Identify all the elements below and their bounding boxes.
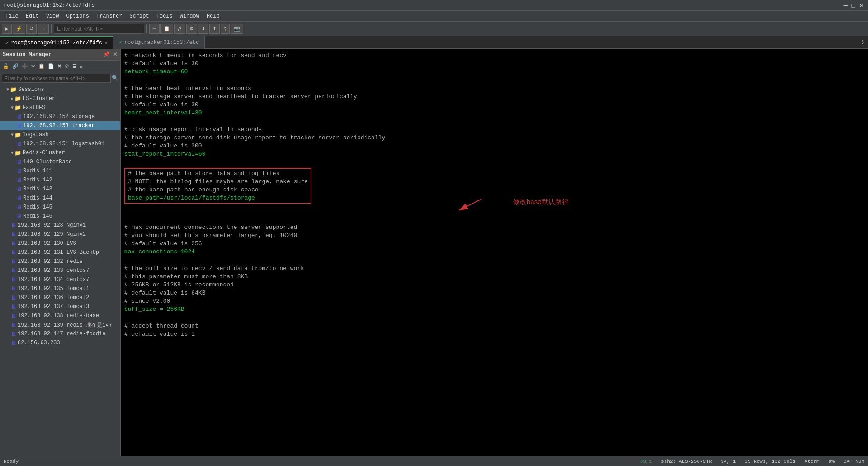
menu-options[interactable]: Options xyxy=(62,12,92,20)
tree-label-redis-144: Redis-144 xyxy=(23,195,52,201)
term-line-4: # the heart beat interval in seconds xyxy=(124,85,864,93)
tab-storage[interactable]: ✔ root@storage01:152:/etc/fdfs ✕ xyxy=(0,36,113,49)
toolbar-flash-btn[interactable]: ⚡ xyxy=(13,24,25,34)
tree-redis-cluster[interactable]: ▼ 📁 Redis-Cluster xyxy=(0,148,120,157)
sess-copy-btn[interactable]: 📋 xyxy=(37,63,46,70)
tree-redis-base[interactable]: 🖥 192.168.92.138 redis-base xyxy=(0,311,120,320)
tree-redis-foodie[interactable]: 🖥 192.168.92.147 redis-foodie xyxy=(0,329,120,338)
tree-centos7-134[interactable]: 🖥 192.168.92.134 centos7 xyxy=(0,275,120,284)
tree-logstash[interactable]: ▼ 📁 logstash xyxy=(0,130,120,139)
tree-file-icon-r144: 🖥 xyxy=(16,195,22,202)
tree-es-cluster[interactable]: ▶ 📁 ES-Cluster xyxy=(0,94,120,103)
term-blank-4 xyxy=(124,215,864,223)
sess-cut-btn[interactable]: ✂ xyxy=(30,63,37,70)
tree-redis-132[interactable]: 🖥 192.168.92.132 redis xyxy=(0,257,120,266)
toolbar-copy-btn[interactable]: 📋 xyxy=(160,24,173,34)
tree-file-icon-logstash01: 🖥 xyxy=(16,141,22,147)
tree-tomcat3[interactable]: 🖥 192.168.92.137 Tomcat3 xyxy=(0,302,120,311)
sess-settings-btn[interactable]: ⚙ xyxy=(63,63,71,70)
tree-arrow-fastdfs: ▼ xyxy=(11,105,14,110)
maximize-button[interactable]: □ xyxy=(852,2,855,9)
sess-paste-btn[interactable]: 📄 xyxy=(47,63,56,70)
menu-view[interactable]: View xyxy=(42,12,63,20)
tree-redis-146[interactable]: 🖥 Redis-146 xyxy=(0,212,120,221)
toolbar-refresh-btn[interactable]: ↺ xyxy=(26,24,37,34)
tree-label-redis-142: Redis-142 xyxy=(23,177,52,183)
sess-menu-btn[interactable]: ☰ xyxy=(71,63,78,70)
tree-centos7-133[interactable]: 🖥 192.168.92.133 centos7 xyxy=(0,266,120,275)
tree-140-clusterbase[interactable]: 🖥 140 ClusterBase xyxy=(0,157,120,166)
tree-file-icon-tomcat3: 🖥 xyxy=(11,304,16,310)
status-ready: Ready xyxy=(4,459,19,464)
tree-lvs[interactable]: 🖥 192.168.92.130 LVS xyxy=(0,239,120,248)
tree-lvs-backup[interactable]: 🖥 192.168.92.131 LVS-BackUp xyxy=(0,248,120,257)
toolbar-print-btn[interactable]: 🖨 xyxy=(174,24,185,34)
tree-redis-144[interactable]: 🖥 Redis-144 xyxy=(0,194,120,203)
toolbar-cut-btn[interactable]: ✂ xyxy=(149,24,160,34)
tree-82-host[interactable]: 🖥 82.156.63.233 xyxy=(0,338,120,347)
tree-tracker-node[interactable]: 🖥 192.168.92.153 tracker xyxy=(0,121,120,130)
menu-tools[interactable]: Tools xyxy=(153,12,176,20)
session-panel-close-btn[interactable]: ✕ xyxy=(113,51,118,57)
session-filter-input[interactable] xyxy=(2,74,111,83)
toolbar-help-btn[interactable]: ? xyxy=(221,24,230,34)
menu-edit[interactable]: Edit xyxy=(22,12,42,20)
tree-tomcat1[interactable]: 🖥 192.168.92.135 Tomcat1 xyxy=(0,284,120,293)
toolbar-upload-btn[interactable]: ⬆ xyxy=(209,24,220,34)
tree-file-icon-r145: 🖥 xyxy=(16,204,22,211)
tree-sessions-root[interactable]: ▼ 📁 Sessions xyxy=(0,85,120,94)
term-line-18: # 256KB or 512KB is recommended xyxy=(124,281,864,289)
tree-label-es-cluster: ES-Cluster xyxy=(23,95,55,102)
term-line-12: # max concurrent connections the server … xyxy=(124,223,864,232)
term-line-23: # default value is 1 xyxy=(124,330,864,338)
tree-label-redis-146: Redis-146 xyxy=(23,213,52,219)
sess-delete-btn[interactable]: ✖ xyxy=(56,63,63,70)
tree-storage-node[interactable]: 🖥 192.168.92.152 storage xyxy=(0,112,120,121)
host-input[interactable] xyxy=(54,24,144,34)
tree-tomcat2[interactable]: 🖥 192.168.92.136 Tomcat2 xyxy=(0,293,120,302)
tree-redis-145[interactable]: 🖥 Redis-145 xyxy=(0,203,120,212)
toolbar-screenshot-btn[interactable]: 📷 xyxy=(231,24,243,34)
session-tree: ▼ 📁 Sessions ▶ 📁 ES-Cluster ▼ 📁 FastDFS … xyxy=(0,84,120,456)
menu-file[interactable]: File xyxy=(2,12,22,20)
minimize-button[interactable]: ─ xyxy=(844,2,848,9)
toolbar-download-btn[interactable]: ⬇ xyxy=(198,24,208,34)
menu-transfer[interactable]: Transfer xyxy=(93,12,126,20)
menu-window[interactable]: Window xyxy=(176,12,203,20)
tree-redis-139[interactable]: 🖥 192.168.92.139 redis-现在是147 xyxy=(0,320,120,329)
tab-close-1[interactable]: ✕ xyxy=(104,40,108,46)
close-button[interactable]: ✕ xyxy=(859,2,864,9)
tab-overflow-arrow[interactable]: ❯ xyxy=(858,39,868,46)
tree-nginx1[interactable]: 🖥 192.168.92.128 Nginx1 xyxy=(0,221,120,230)
sess-add-btn[interactable]: 🔓 xyxy=(1,63,10,70)
tree-file-icon-140: 🖥 xyxy=(16,159,22,166)
session-panel-pin-btn[interactable]: 📌 xyxy=(103,51,110,57)
tab-tracker[interactable]: ✔ root@tracker01:153:/etc xyxy=(113,36,205,49)
filter-search-icon[interactable]: 🔍 xyxy=(112,75,118,81)
statusbar-right: 63,1 ssh2: AES-256-CTR 34, 1 35 Rows, 10… xyxy=(640,459,864,464)
titlebar-title: root@storage01:152:/etc/fdfs xyxy=(4,2,95,9)
sess-arrow-btn[interactable]: » xyxy=(79,63,84,70)
tree-redis-143[interactable]: 🖥 Redis-143 xyxy=(0,185,120,194)
toolbar-new-btn[interactable]: ▶ xyxy=(2,24,12,34)
tree-label-logstash01: 192.168.92.151 logstash01 xyxy=(23,141,104,147)
sess-link-btn[interactable]: 🔗 xyxy=(11,63,20,70)
toolbar-forward-btn[interactable]: → xyxy=(38,24,49,34)
tree-label-nginx1: 192.168.92.128 Nginx1 xyxy=(18,222,86,228)
tree-fastdfs[interactable]: ▼ 📁 FastDFS xyxy=(0,103,120,112)
toolbar-settings-btn[interactable]: ⚙ xyxy=(186,24,197,34)
sess-new-btn[interactable]: ➕ xyxy=(20,63,29,70)
menu-help[interactable]: Help xyxy=(203,12,223,20)
menu-script[interactable]: Script xyxy=(126,12,152,20)
tree-redis-141[interactable]: 🖥 Redis-141 xyxy=(0,166,120,176)
terminal-area: # network timeout in seconds for send an… xyxy=(121,49,868,456)
terminal-content[interactable]: # network timeout in seconds for send an… xyxy=(121,49,868,341)
tree-file-icon-redis132: 🖥 xyxy=(11,258,16,265)
tree-logstash01[interactable]: 🖥 192.168.92.151 logstash01 xyxy=(0,139,120,148)
annotation-arrow-svg xyxy=(454,197,509,215)
tab-check-icon-1: ✔ xyxy=(5,39,9,46)
svg-line-1 xyxy=(459,199,481,210)
tree-redis-142[interactable]: 🖥 Redis-142 xyxy=(0,176,120,185)
tree-nginx2[interactable]: 🖥 192.168.92.129 Nginx2 xyxy=(0,230,120,239)
term-box-line-3: # the base path has enough disk space xyxy=(128,186,308,194)
